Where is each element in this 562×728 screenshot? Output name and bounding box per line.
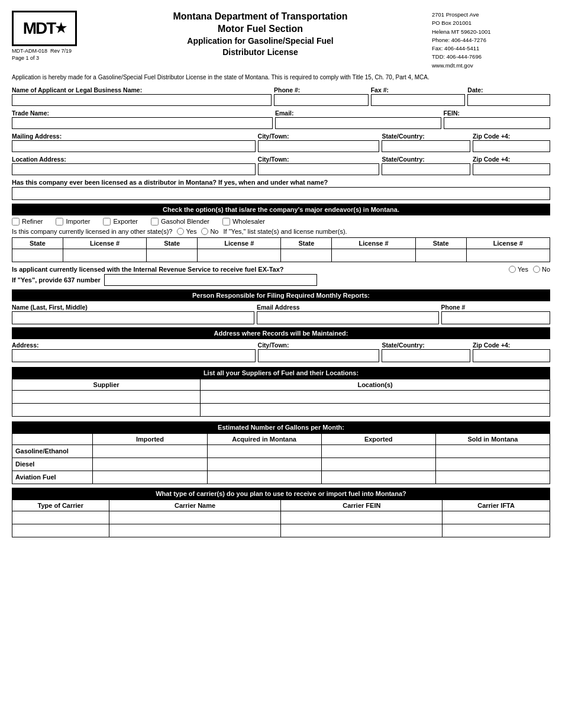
mailing-zip-input[interactable] [473,140,550,152]
wholesaler-checkbox[interactable] [222,218,230,226]
location-city-input[interactable] [258,163,380,175]
monthly-email-input[interactable] [257,311,439,324]
supplier-name-1[interactable] [12,390,201,403]
other-states-yes[interactable]: Yes [177,228,196,235]
carrier-fein-2[interactable] [281,524,443,537]
other-states-followup: If "Yes," list state(s) and license numb… [223,228,347,235]
license-state3-cell[interactable] [281,249,332,262]
carrier-fein-1[interactable] [281,511,443,524]
gallons-aviation-exported[interactable] [321,471,435,484]
provide-637-label: If "Yes", provide 637 number [12,276,101,284]
license-th-state2: State [147,237,198,249]
trade-name-input[interactable] [12,117,273,129]
logo-area: MD T ★ MDT-ADM-018 Rev 7/19 Page 1 of 3 [12,11,89,61]
irs-no-item[interactable]: No [533,266,550,273]
carrier-name-1[interactable] [109,511,281,524]
gallons-gasoline-acquired[interactable] [207,444,321,458]
provide-637-input[interactable] [104,274,317,286]
license-state1-cell[interactable] [12,249,63,262]
other-states-no-radio[interactable] [201,228,208,235]
gasohol-checkbox[interactable] [151,218,159,226]
records-zip-label: Zip Code +4: [473,342,550,349]
mailing-city-input[interactable] [258,140,380,152]
gallons-diesel-imported[interactable] [93,458,207,471]
irs-yes-item[interactable]: Yes [509,266,528,273]
date-input[interactable] [467,94,550,106]
carrier-row-1 [12,511,550,524]
wholesaler-checkbox-item[interactable]: Wholesaler [222,218,265,226]
exporter-checkbox[interactable] [103,218,111,226]
other-states-no[interactable]: No [201,228,218,235]
license-num1-cell[interactable] [63,249,146,262]
location-zip-input[interactable] [473,163,550,175]
applicant-name-input[interactable] [12,94,272,106]
suppliers-th-supplier: Supplier [12,379,201,390]
irs-question: Is applicant currently licensed with the… [12,266,284,273]
license-num4-cell[interactable] [466,249,550,262]
licensed-answer-input[interactable] [12,187,550,200]
mailing-address-input[interactable] [12,140,256,152]
gallons-th-exported: Exported [321,433,435,444]
no-label: No [210,228,218,235]
location-address-input[interactable] [12,163,256,175]
monthly-name-input[interactable] [12,311,254,324]
records-address-input[interactable] [12,349,256,362]
license-num2-cell[interactable] [198,249,281,262]
carrier-ifta-1[interactable] [443,511,550,524]
gallons-label-aviation: Aviation Fuel [12,471,93,484]
records-city-input[interactable] [258,349,380,362]
license-th-num1: License # [63,237,146,249]
phone-input[interactable] [274,94,369,106]
mailing-state-input[interactable] [382,140,470,152]
importer-checkbox[interactable] [56,218,63,226]
location-state-input[interactable] [382,163,470,175]
records-state-input[interactable] [382,349,470,362]
email-input[interactable] [275,117,441,129]
gallons-aviation-sold[interactable] [435,471,550,484]
records-zip-input[interactable] [473,349,550,362]
other-states-yes-radio[interactable] [177,228,184,235]
endeavors-checkboxes: Refiner Importer Exporter Gasohol Blende… [12,218,550,226]
gallons-diesel-acquired[interactable] [207,458,321,471]
carrier-type-2[interactable] [12,524,109,537]
carrier-th-ifta: Carrier IFTA [443,500,550,511]
monthly-phone-input[interactable] [441,311,551,324]
carrier-name-2[interactable] [109,524,281,537]
license-th-state3: State [281,237,332,249]
supplier-name-2[interactable] [12,403,201,416]
exporter-checkbox-item[interactable]: Exporter [103,218,138,226]
exporter-label: Exporter [113,218,138,225]
irs-yes-radio[interactable] [509,266,516,273]
license-state4-cell[interactable] [415,249,466,262]
license-th-state4: State [415,237,466,249]
carrier-bar: What type of carrier(s) do you plan to u… [12,488,550,500]
gallons-aviation-imported[interactable] [93,471,207,484]
gallons-gasoline-exported[interactable] [321,444,435,458]
gallons-diesel-exported[interactable] [321,458,435,471]
supplier-location-1[interactable] [201,390,550,403]
gallons-label-diesel: Diesel [12,458,93,471]
location-zip-label: Zip Code +4: [473,156,550,163]
gallons-diesel-sold[interactable] [435,458,550,471]
gallons-aviation-acquired[interactable] [207,471,321,484]
carrier-ifta-2[interactable] [443,524,550,537]
location-state-label: State/Country: [382,156,470,163]
refiner-checkbox-item[interactable]: Refiner [12,218,43,226]
gallons-label-gasoline: Gasoline/Ethanol [12,444,93,458]
license-num3-cell[interactable] [332,249,415,262]
mailing-zip-label: Zip Code +4: [473,133,550,140]
importer-checkbox-item[interactable]: Importer [56,218,90,226]
refiner-checkbox[interactable] [12,218,20,226]
monthly-reports-bar: Person Responsible for Filing Required M… [12,289,550,301]
gasohol-label: Gasohol Blender [161,218,209,225]
irs-no-radio[interactable] [533,266,540,273]
gallons-gasoline-imported[interactable] [93,444,207,458]
gasohol-checkbox-item[interactable]: Gasohol Blender [151,218,209,226]
fein-input[interactable] [444,117,550,129]
suppliers-row-2 [12,403,550,416]
fax-input[interactable] [371,94,466,106]
gallons-gasoline-sold[interactable] [435,444,550,458]
license-state2-cell[interactable] [147,249,198,262]
supplier-location-2[interactable] [201,403,550,416]
carrier-type-1[interactable] [12,511,109,524]
